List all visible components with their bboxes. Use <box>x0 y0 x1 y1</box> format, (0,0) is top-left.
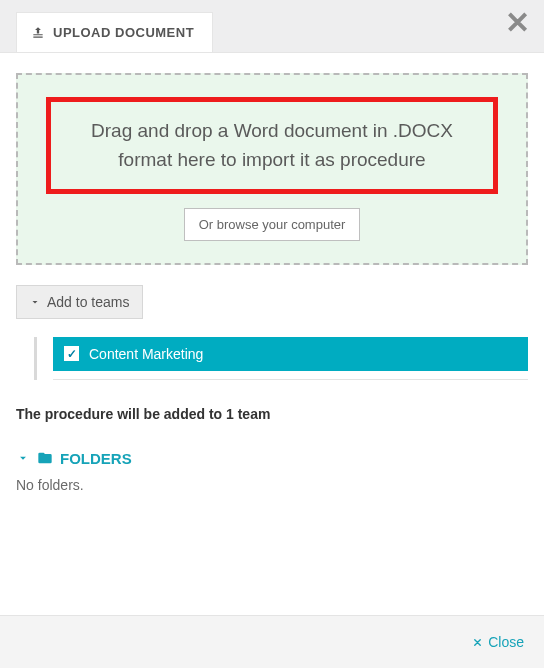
upload-icon <box>31 26 45 40</box>
close-label: Close <box>488 634 524 650</box>
modal-header: UPLOAD DOCUMENT ✕ <box>0 0 544 52</box>
team-summary: The procedure will be added to 1 team <box>16 406 528 422</box>
folders-label: FOLDERS <box>60 450 132 467</box>
modal-root: UPLOAD DOCUMENT ✕ Drag and drop a Word d… <box>0 0 544 668</box>
tab-upload-document[interactable]: UPLOAD DOCUMENT <box>16 12 213 52</box>
checkbox-checked-icon: ✓ <box>64 346 79 361</box>
close-button[interactable]: Close <box>472 634 524 650</box>
chevron-down-icon <box>29 296 41 308</box>
dropzone-highlight: Drag and drop a Word document in .DOCX f… <box>46 97 498 194</box>
folders-header[interactable]: FOLDERS <box>16 450 528 467</box>
divider <box>53 379 528 380</box>
dropzone[interactable]: Drag and drop a Word document in .DOCX f… <box>16 73 528 265</box>
folders-empty: No folders. <box>16 477 528 493</box>
team-list: ✓ Content Marketing <box>34 337 528 380</box>
dropzone-message: Drag and drop a Word document in .DOCX f… <box>71 116 473 175</box>
add-to-teams-label: Add to teams <box>47 294 130 310</box>
modal-footer: Close <box>0 615 544 668</box>
folder-icon <box>36 450 54 466</box>
team-item-label: Content Marketing <box>89 346 203 362</box>
browse-button[interactable]: Or browse your computer <box>184 208 361 241</box>
close-icon[interactable]: ✕ <box>505 8 530 38</box>
add-to-teams-button[interactable]: Add to teams <box>16 285 143 319</box>
chevron-down-icon <box>16 451 30 465</box>
tab-label: UPLOAD DOCUMENT <box>53 25 194 40</box>
close-icon <box>472 637 483 648</box>
modal-body: Drag and drop a Word document in .DOCX f… <box>0 52 544 615</box>
team-item[interactable]: ✓ Content Marketing <box>53 337 528 371</box>
